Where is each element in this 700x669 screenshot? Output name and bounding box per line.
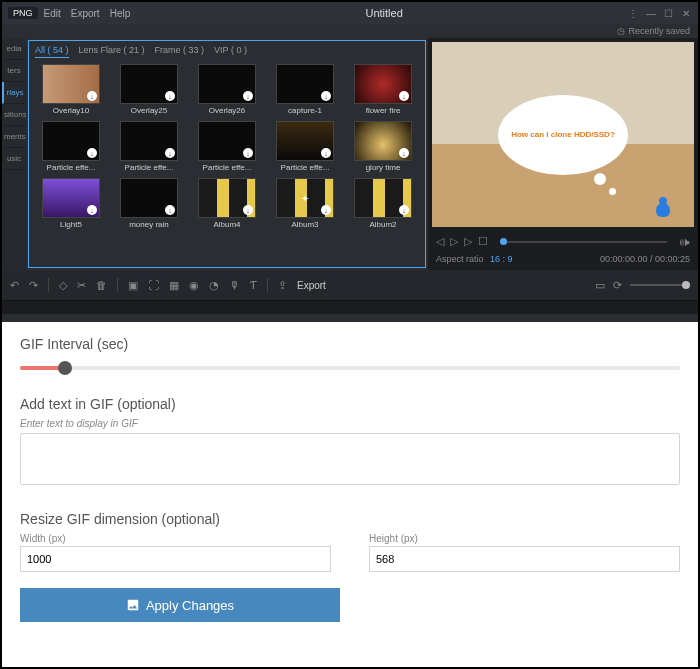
grid-icon[interactable]: ▦ [169, 279, 179, 292]
library-tab-lens-flare[interactable]: Lens Flare ( 21 ) [79, 45, 145, 58]
export-icon[interactable]: ⇪ [278, 279, 287, 292]
thumb-label: flower fire [366, 106, 401, 115]
sidenav-item-usic[interactable]: usic [2, 148, 26, 170]
download-icon[interactable]: ↓ [399, 91, 409, 101]
download-icon[interactable]: ↓ [321, 148, 331, 158]
height-input[interactable] [369, 546, 680, 572]
thumb-particle-effe-[interactable]: ↓Particle effe... [191, 121, 263, 172]
video-editor-panel: PNG Edit Export Help Untitled ⋮ — ☐ ✕ ◷ … [2, 2, 698, 322]
menu-export[interactable]: Export [71, 8, 100, 19]
thumb-label: money rain [129, 220, 169, 229]
thumb-album2[interactable]: ↓Album2 [347, 178, 419, 229]
library-tab-all[interactable]: All ( 54 ) [35, 45, 69, 58]
interval-title: GIF Interval (sec) [20, 336, 680, 352]
playback-controls: ◁ ▷ ▷ ☐ 🕪 [428, 231, 698, 252]
mic-icon[interactable]: 🎙 [229, 279, 240, 291]
download-icon[interactable]: ↓ [243, 205, 253, 215]
close-icon[interactable]: ✕ [682, 8, 692, 18]
download-icon[interactable]: ↓ [399, 205, 409, 215]
volume-icon[interactable]: 🕪 [679, 236, 690, 248]
preview-canvas[interactable]: How can I clone HDD/SSD? [432, 42, 694, 227]
thumb-image: ↓ [354, 64, 412, 104]
library-tabs: All ( 54 )Lens Flare ( 21 )Frame ( 33 )V… [35, 45, 419, 58]
download-icon[interactable]: ↓ [87, 91, 97, 101]
gif-text-input[interactable] [20, 433, 680, 485]
thumb-image: ↓ [354, 178, 412, 218]
timeline[interactable] [2, 300, 698, 314]
sidenav-item-ters[interactable]: ters [2, 60, 26, 82]
library-tab-frame[interactable]: Frame ( 33 ) [155, 45, 205, 58]
zoom-icon[interactable]: ⟳ [613, 279, 622, 292]
thumb-overlay26[interactable]: ↓Overlay26 [191, 64, 263, 115]
crop-icon[interactable]: ▣ [128, 279, 138, 292]
delete-icon[interactable]: 🗑 [96, 279, 107, 291]
thumb-label: Overlay26 [209, 106, 245, 115]
sidenav-item-edia[interactable]: edia [2, 38, 26, 60]
menu-help[interactable]: Help [110, 8, 131, 19]
download-icon[interactable]: ↓ [321, 205, 331, 215]
asset-library: All ( 54 )Lens Flare ( 21 )Frame ( 33 )V… [28, 40, 426, 268]
next-icon[interactable]: ▷ [464, 235, 472, 248]
minimize-icon[interactable]: — [646, 8, 656, 18]
play-icon[interactable]: ▷ [450, 235, 458, 248]
thumb-capture-1[interactable]: ↓capture-1 [269, 64, 341, 115]
width-input[interactable] [20, 546, 331, 572]
undo-icon[interactable]: ↶ [10, 279, 19, 292]
thumb-label: Album3 [291, 220, 318, 229]
thumb-flower-fire[interactable]: ↓flower fire [347, 64, 419, 115]
aspect-value[interactable]: 16 : 9 [490, 254, 513, 264]
redo-icon[interactable]: ↷ [29, 279, 38, 292]
cut-icon[interactable]: ✂ [77, 279, 86, 292]
thumbnail-grid: ↓Overlay10↓Overlay25↓Overlay26↓capture-1… [35, 64, 419, 229]
more-icon[interactable]: ⋮ [628, 8, 638, 18]
thumb-particle-effe-[interactable]: ↓Particle effe... [35, 121, 107, 172]
document-title: Untitled [140, 7, 628, 19]
download-icon[interactable]: ↓ [243, 91, 253, 101]
thumb-label: Particle effe... [125, 163, 174, 172]
gif-settings-form: GIF Interval (sec) Add text in GIF (opti… [2, 322, 698, 636]
sidenav-item-ments[interactable]: ments [2, 126, 26, 148]
download-icon[interactable]: ↓ [165, 205, 175, 215]
interval-slider[interactable] [20, 358, 680, 378]
export-label[interactable]: Export [297, 280, 326, 291]
slider-knob[interactable] [58, 361, 72, 375]
sidenav-item-sitions[interactable]: sitions [2, 104, 26, 126]
speech-bubble: How can I clone HDD/SSD? [498, 95, 628, 175]
window-controls: ⋮ — ☐ ✕ [628, 8, 692, 18]
download-icon[interactable]: ↓ [165, 148, 175, 158]
timer-icon[interactable]: ◔ [209, 279, 219, 292]
sidenav-item-rlays[interactable]: rlays [2, 82, 26, 104]
record-icon[interactable]: ◉ [189, 279, 199, 292]
fit-icon[interactable]: ▭ [595, 279, 605, 292]
stop-icon[interactable]: ☐ [478, 235, 488, 248]
tag-icon[interactable]: ◇ [59, 279, 67, 292]
thumb-album4[interactable]: ↓Album4 [191, 178, 263, 229]
download-icon[interactable]: ↓ [87, 148, 97, 158]
expand-icon[interactable]: ⛶ [148, 279, 159, 291]
thumb-overlay25[interactable]: ↓Overlay25 [113, 64, 185, 115]
download-icon[interactable]: ↓ [243, 148, 253, 158]
maximize-icon[interactable]: ☐ [664, 8, 674, 18]
download-icon[interactable]: ↓ [321, 91, 331, 101]
thumb-particle-effe-[interactable]: ↓Particle effe... [269, 121, 341, 172]
thumb-particle-effe-[interactable]: ↓Particle effe... [113, 121, 185, 172]
thumb-album3[interactable]: ↓Album3 [269, 178, 341, 229]
download-icon[interactable]: ↓ [87, 205, 97, 215]
text-effect-icon[interactable]: Ƭ [250, 279, 257, 292]
thumb-image: ↓ [42, 121, 100, 161]
playback-slider[interactable] [500, 241, 667, 243]
apply-button[interactable]: Apply Changes [20, 588, 340, 622]
zoom-slider[interactable] [630, 284, 690, 286]
download-icon[interactable]: ↓ [165, 91, 175, 101]
thumb-overlay10[interactable]: ↓Overlay10 [35, 64, 107, 115]
thumb-money-rain[interactable]: ↓money rain [113, 178, 185, 229]
download-icon[interactable]: ↓ [399, 148, 409, 158]
menu-edit[interactable]: Edit [44, 8, 61, 19]
side-nav: ediatersrlayssitionsmentsusic [2, 38, 26, 270]
thumb-light5[interactable]: ↓Light5 [35, 178, 107, 229]
library-tab-vip[interactable]: VIP ( 0 ) [214, 45, 247, 58]
thumb-label: Overlay10 [53, 106, 89, 115]
timecode: 00:00:00.00 / 00:00:25 [600, 254, 690, 264]
prev-icon[interactable]: ◁ [436, 235, 444, 248]
thumb-glory-time[interactable]: ↓glory time [347, 121, 419, 172]
